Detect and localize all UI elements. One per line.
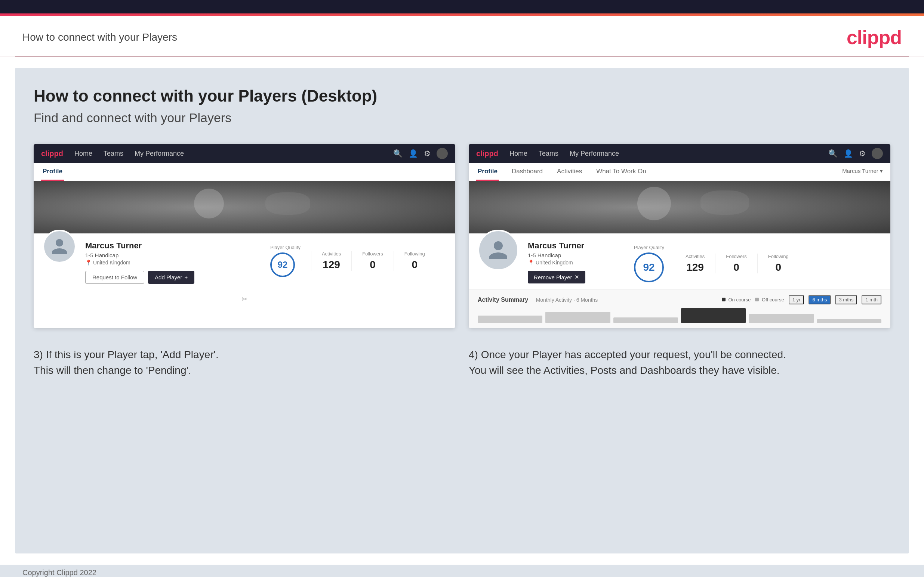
copyright-text: Copyright Clippd 2022 [23,568,97,577]
right-stats-row: Player Quality 92 Activities 129 Followe… [634,241,881,282]
right-profile-info: Marcus Turner 1-5 Handicap 📍 United King… [469,234,890,289]
caption-right: 4) Once your Player has accepted your re… [469,347,890,378]
activity-summary: Activity Summary Monthly Activity · 6 Mo… [469,289,890,328]
right-stat-following: Following 0 [757,253,799,273]
right-nav-teams[interactable]: Teams [539,150,559,158]
period-6mths[interactable]: 6 mths [809,295,830,305]
left-banner [34,181,455,234]
top-bar [0,0,924,13]
bar-6 [817,319,881,323]
hero-title: How to connect with your Players (Deskto… [34,87,890,105]
right-nav-home[interactable]: Home [509,150,527,158]
activity-chart [478,308,881,323]
left-location: 📍 United Kingdom [85,259,261,266]
left-profile-info: Marcus Turner 1-5 Handicap 📍 United King… [34,234,455,290]
panel-descriptions: 3) If this is your Player tap, 'Add Play… [34,347,890,378]
period-1mth[interactable]: 1 mth [862,295,881,305]
panel-left: clippd Home Teams My Performance 🔍 👤 ⚙ P… [34,144,455,328]
right-nav-performance[interactable]: My Performance [570,150,619,158]
tab-dashboard[interactable]: Dashboard [510,163,544,181]
tab-profile-right[interactable]: Profile [476,163,499,181]
plus-icon: + [184,274,187,280]
tab-activities[interactable]: Activities [556,163,583,181]
right-stat-followers: Followers 0 [715,253,757,273]
period-3mths[interactable]: 3 mths [835,295,857,305]
legend-on-course-label: On course [728,297,751,303]
chevron-down-icon: ▾ [880,168,883,174]
panels-row: clippd Home Teams My Performance 🔍 👤 ⚙ P… [34,144,890,328]
close-icon: ✕ [575,274,579,280]
hero-subtitle: Find and connect with your Players [34,111,890,125]
right-nav-icons: 🔍 👤 ⚙ [828,148,883,159]
stat-following: Following 0 [394,251,435,271]
stat-quality: Player Quality 92 [270,245,311,277]
right-location-pin-icon: 📍 [528,259,534,266]
page-header-title: How to connect with your Players [23,31,177,44]
caption-left-text: 3) If this is your Player tap, 'Add Play… [34,349,219,376]
tab-what-to-work-on[interactable]: What To Work On [595,163,648,181]
left-nav-performance[interactable]: My Performance [134,150,184,158]
bar-2 [545,312,610,323]
left-tabs: Profile [34,163,455,181]
left-player-name: Marcus Turner [85,241,261,251]
activity-subtitle: Monthly Activity · 6 Months [536,297,598,303]
bar-5 [749,314,813,323]
left-nav-home[interactable]: Home [74,150,92,158]
page-header: How to connect with your Players clippd [0,16,924,56]
left-player-actions: Request to Follow Add Player + [85,271,261,284]
clippd-logo: clippd [846,26,901,48]
scissors-icon: ✂ [241,295,248,304]
settings-icon[interactable]: ⚙ [424,149,431,158]
bar-1 [478,316,542,323]
left-nav-icons: 🔍 👤 ⚙ [393,148,448,159]
period-1yr[interactable]: 1 yr [789,295,804,305]
left-stats-row: Player Quality 92 Activities 129 Followe… [270,241,446,277]
right-handicap: 1-5 Handicap [528,252,625,258]
right-nav-avatar[interactable] [872,148,883,159]
bar-4 [681,308,746,323]
right-avatar [478,230,519,271]
stat-followers: Followers 0 [351,251,394,271]
activity-summary-title: Activity Summary [478,297,528,303]
left-nav-logo: clippd [41,149,63,158]
search-icon[interactable]: 🔍 [393,149,402,158]
right-nav: clippd Home Teams My Performance 🔍 👤 ⚙ [469,144,890,163]
nav-avatar[interactable] [436,148,448,159]
quality-circle-left: 92 [270,253,295,277]
right-user-icon[interactable]: 👤 [844,149,853,158]
location-pin-icon: 📍 [85,259,92,266]
right-location: 📍 United Kingdom [528,259,625,266]
remove-player-button[interactable]: Remove Player ✕ [528,271,585,284]
header-divider [15,56,909,57]
right-player-name: Marcus Turner [528,241,625,251]
left-handicap: 1-5 Handicap [85,252,261,258]
right-tabs: Profile Dashboard Activities What To Wor… [469,163,890,181]
request-follow-button[interactable]: Request to Follow [85,271,144,284]
legend-on-course-dot [722,298,725,301]
right-nav-logo: clippd [476,149,498,158]
scroll-indicator-left: ✂ [34,290,455,308]
caption-right-text: 4) Once your Player has accepted your re… [469,349,786,376]
legend-off-course-label: Off course [762,297,784,303]
left-avatar [43,230,76,263]
legend-off-course-dot [755,298,759,301]
quality-circle-right: 92 [634,253,664,282]
activity-header: Activity Summary Monthly Activity · 6 Mo… [478,295,881,305]
add-player-button[interactable]: Add Player + [148,271,194,284]
bar-3 [613,318,678,323]
left-nav-teams[interactable]: Teams [103,150,123,158]
tab-right-user: Marcus Turner ▾ [842,163,883,181]
left-nav: clippd Home Teams My Performance 🔍 👤 ⚙ [34,144,455,163]
right-banner [469,181,890,234]
user-icon[interactable]: 👤 [409,149,418,158]
caption-left: 3) If this is your Player tap, 'Add Play… [34,347,455,378]
tab-profile-left[interactable]: Profile [41,163,64,181]
right-stat-activities: Activities 129 [675,253,715,273]
right-settings-icon[interactable]: ⚙ [859,149,866,158]
page-footer: Copyright Clippd 2022 [0,565,924,577]
panel-right: clippd Home Teams My Performance 🔍 👤 ⚙ P… [469,144,890,328]
right-search-icon[interactable]: 🔍 [828,149,838,158]
activity-controls: On course Off course 1 yr 6 mths 3 mths … [722,295,881,305]
right-stat-quality: Player Quality 92 [634,245,675,282]
stat-activities: Activities 129 [311,251,351,271]
